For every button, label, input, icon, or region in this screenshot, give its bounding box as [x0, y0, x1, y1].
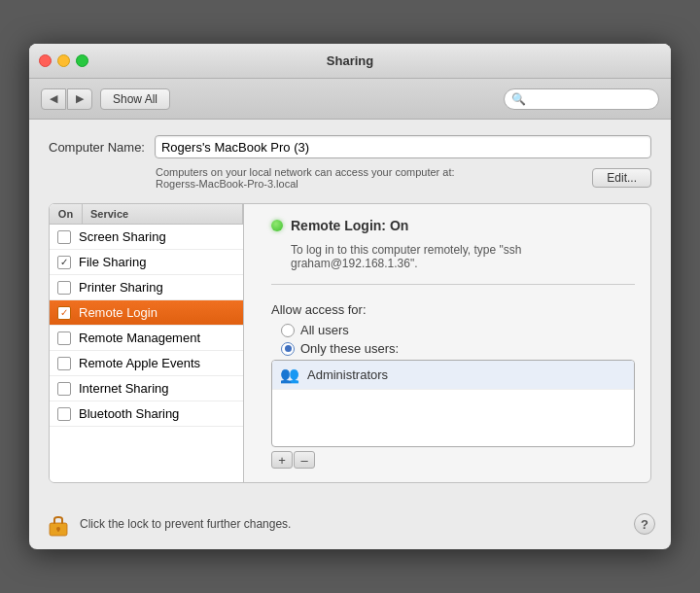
window-title: Sharing	[327, 53, 373, 68]
checkbox-remote-apple-events[interactable]	[57, 357, 71, 370]
checkbox-bluetooth-sharing[interactable]	[57, 407, 71, 421]
checkbox-remote-management[interactable]	[57, 331, 71, 345]
lock-section: Click the lock to prevent further change…	[45, 508, 291, 540]
service-label-screen-sharing: Screen Sharing	[79, 229, 166, 244]
checkbox-printer-sharing[interactable]	[57, 281, 71, 295]
service-label-internet-sharing: Internet Sharing	[79, 381, 169, 396]
radio-only-these-row[interactable]: Only these users:	[281, 341, 635, 356]
computer-name-row: Computer Name:	[49, 135, 651, 158]
traffic-lights	[39, 54, 88, 67]
computer-name-label: Computer Name:	[49, 140, 145, 155]
svg-rect-2	[57, 529, 59, 532]
service-item-remote-management[interactable]: Remote Management	[50, 326, 243, 351]
search-input[interactable]	[504, 88, 659, 110]
access-section: Allow access for: All users Only these u…	[271, 302, 635, 469]
service-item-internet-sharing[interactable]: Internet Sharing	[50, 376, 243, 401]
divider	[271, 284, 635, 285]
address-line2: Rogerss-MacBook-Pro-3.local	[156, 178, 455, 190]
status-row: Remote Login: On	[271, 218, 635, 233]
radio-all-users-row[interactable]: All users	[281, 323, 635, 337]
computer-name-input[interactable]	[155, 135, 651, 158]
help-button[interactable]: ?	[634, 513, 655, 535]
show-all-button[interactable]: Show All	[100, 88, 170, 110]
services-header: On Service	[50, 204, 243, 225]
radio-only-these-label: Only these users:	[300, 341, 399, 356]
service-label-remote-login: Remote Login	[79, 305, 158, 320]
local-address-text: Computers on your local network can acce…	[156, 166, 455, 190]
service-label-remote-apple-events: Remote Apple Events	[79, 356, 200, 370]
service-item-printer-sharing[interactable]: Printer Sharing	[50, 275, 243, 300]
services-list: On Service Screen Sharing ✓ File Sharing…	[50, 204, 244, 482]
forward-button[interactable]: ▶	[67, 88, 92, 110]
remove-user-button[interactable]: –	[294, 451, 315, 469]
status-desc: To log in to this computer remotely, typ…	[291, 243, 635, 270]
main-panel: On Service Screen Sharing ✓ File Sharing…	[49, 203, 651, 483]
address-line1: Computers on your local network can acce…	[156, 166, 455, 178]
radio-all-users-label: All users	[300, 323, 349, 337]
service-item-bluetooth-sharing[interactable]: Bluetooth Sharing	[50, 401, 243, 427]
group-icon: 👥	[280, 366, 299, 384]
users-toolbar: + –	[271, 451, 635, 469]
radio-only-these[interactable]	[281, 342, 295, 356]
header-service: Service	[83, 204, 243, 224]
lock-icon[interactable]	[45, 508, 72, 540]
checkbox-screen-sharing[interactable]	[57, 230, 71, 244]
service-label-bluetooth-sharing: Bluetooth Sharing	[79, 406, 179, 421]
lock-text: Click the lock to prevent further change…	[80, 517, 291, 531]
sharing-window: Sharing ◀ ▶ Show All 🔍 Computer Name: Co…	[29, 44, 671, 549]
content-area: Computer Name: Computers on your local n…	[29, 120, 671, 499]
titlebar: Sharing	[29, 44, 671, 79]
checkbox-internet-sharing[interactable]	[57, 382, 71, 396]
service-label-remote-management: Remote Management	[79, 331, 200, 345]
right-panel: Remote Login: On To log in to this compu…	[256, 204, 650, 482]
back-button[interactable]: ◀	[41, 88, 66, 110]
service-item-file-sharing[interactable]: ✓ File Sharing	[50, 250, 243, 275]
service-item-remote-login[interactable]: ✓ Remote Login	[50, 300, 243, 326]
edit-button[interactable]: Edit...	[592, 168, 651, 188]
radio-all-users[interactable]	[281, 324, 295, 337]
service-label-printer-sharing: Printer Sharing	[79, 280, 163, 295]
checkbox-file-sharing[interactable]: ✓	[57, 256, 71, 269]
toolbar: ◀ ▶ Show All 🔍	[29, 79, 671, 120]
service-item-remote-apple-events[interactable]: Remote Apple Events	[50, 351, 243, 376]
checkbox-remote-login[interactable]: ✓	[57, 306, 71, 320]
maximize-button[interactable]	[76, 54, 88, 67]
search-box: 🔍	[504, 88, 659, 110]
nav-buttons: ◀ ▶	[41, 88, 92, 110]
close-button[interactable]	[39, 54, 52, 67]
users-list: 👥 Administrators	[271, 360, 635, 447]
service-label-file-sharing: File Sharing	[79, 255, 146, 269]
minimize-button[interactable]	[57, 54, 70, 67]
footer: Click the lock to prevent further change…	[29, 499, 671, 549]
search-icon: 🔍	[511, 92, 526, 106]
user-name-administrators: Administrators	[307, 367, 388, 382]
add-user-button[interactable]: +	[271, 451, 293, 469]
user-item-administrators: 👥 Administrators	[272, 361, 634, 390]
local-address-row: Computers on your local network can acce…	[156, 166, 651, 190]
service-item-screen-sharing[interactable]: Screen Sharing	[50, 225, 243, 250]
status-dot	[271, 220, 283, 231]
header-on: On	[50, 204, 83, 224]
status-title: Remote Login: On	[291, 218, 408, 233]
access-label: Allow access for:	[271, 302, 635, 317]
